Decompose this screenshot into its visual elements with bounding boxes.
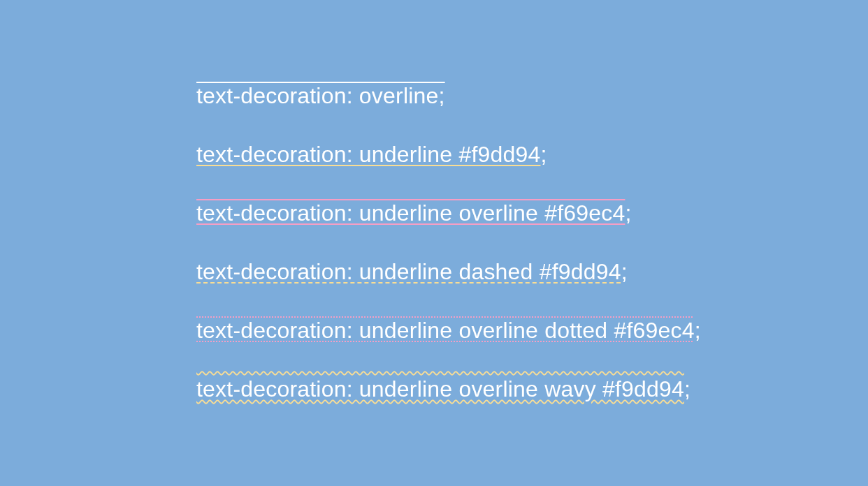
example-trail: ; xyxy=(540,142,547,167)
example-line-wavy-yellow: text-decoration: underline overline wavy… xyxy=(196,376,690,402)
example-text: text-decoration: underline dashed #f9dd9… xyxy=(196,259,621,284)
example-line-dashed-yellow: text-decoration: underline dashed #f9dd9… xyxy=(196,258,628,285)
example-stage: text-decoration: overline; text-decorati… xyxy=(0,0,868,486)
example-line-overline: text-decoration: overline; xyxy=(196,82,445,109)
example-text: text-decoration: underline overline wavy… xyxy=(196,376,684,402)
example-text: text-decoration: underline overline dott… xyxy=(196,318,695,343)
example-trail: ; xyxy=(625,200,631,226)
example-line-dotted-pink: text-decoration: underline overline dott… xyxy=(196,317,701,344)
example-trail: ; xyxy=(621,259,628,284)
example-trail: ; xyxy=(695,318,701,343)
example-trail: ; xyxy=(684,376,690,402)
example-text: text-decoration: underline overline #f69… xyxy=(196,200,625,226)
example-line-underover-pink: text-decoration: underline overline #f69… xyxy=(196,200,632,226)
example-line-underline-yellow: text-decoration: underline #f9dd94; xyxy=(196,141,547,168)
example-text: text-decoration: overline; xyxy=(196,83,445,108)
example-text: text-decoration: underline #f9dd94 xyxy=(196,142,540,167)
